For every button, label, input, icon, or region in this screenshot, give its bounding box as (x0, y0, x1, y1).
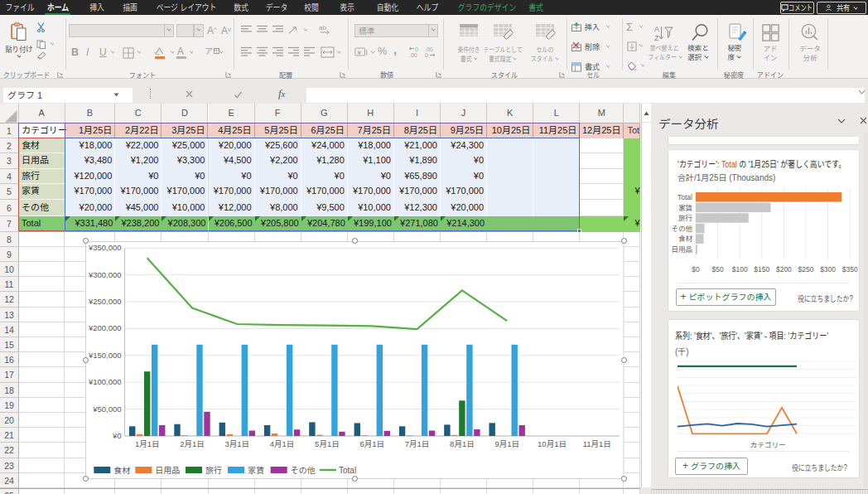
svg-text:日用品: 日用品 (155, 466, 180, 475)
svg-text:食材: 食材 (678, 235, 693, 243)
svg-text:1月1日: 1月1日 (135, 439, 160, 448)
svg-text:$50: $50 (712, 265, 724, 274)
svg-text:¥150,000: ¥150,000 (88, 351, 122, 360)
svg-text:10月1日: 10月1日 (538, 439, 567, 448)
svg-text:$350: $350 (842, 265, 858, 274)
svg-text:Z: Z (654, 34, 659, 42)
svg-text:¥0: ¥0 (112, 431, 122, 440)
svg-text:ab: ab (319, 24, 326, 31)
svg-text:家賃: 家賃 (248, 466, 264, 475)
svg-text:7月1日: 7月1日 (405, 439, 430, 448)
svg-text:$100: $100 (732, 265, 748, 274)
svg-text:Total: Total (678, 193, 692, 201)
svg-text:$0: $0 (692, 265, 700, 274)
svg-text:A: A (654, 25, 659, 33)
svg-text:$150: $150 (754, 265, 769, 274)
svg-text:¥350,000: ¥350,000 (88, 243, 122, 252)
svg-text:¥200,000: ¥200,000 (88, 323, 122, 332)
svg-text:.00: .00 (409, 52, 417, 58)
svg-text:¥300,000: ¥300,000 (88, 269, 122, 278)
svg-text:0: 0 (415, 46, 418, 52)
svg-text:$300: $300 (820, 265, 836, 274)
svg-text:食材: 食材 (113, 466, 130, 475)
svg-text:旅行: 旅行 (205, 466, 222, 475)
svg-text:¥250,000: ¥250,000 (88, 297, 122, 306)
svg-text:その他: その他 (291, 466, 316, 475)
svg-text:.00: .00 (425, 46, 433, 52)
svg-text:¥50,000: ¥50,000 (92, 404, 121, 413)
svg-text:5月1日: 5月1日 (315, 439, 340, 448)
svg-text:$200: $200 (776, 265, 792, 274)
svg-text:その他: その他 (671, 225, 692, 233)
svg-text:9月1日: 9月1日 (494, 439, 519, 448)
svg-text:11月1日: 11月1日 (583, 439, 611, 448)
svg-text:8月1日: 8月1日 (450, 439, 475, 448)
svg-text:6月1日: 6月1日 (359, 439, 384, 448)
svg-text:$250: $250 (798, 265, 814, 274)
svg-text:4月1日: 4月1日 (270, 439, 295, 448)
svg-text:日用品: 日用品 (671, 245, 692, 254)
svg-text:¥100,000: ¥100,000 (88, 377, 122, 386)
svg-text:0: 0 (425, 52, 428, 58)
svg-text:2月1日: 2月1日 (180, 439, 205, 448)
svg-text:Total: Total (339, 466, 356, 475)
svg-text:旅行: 旅行 (678, 214, 693, 222)
svg-text:3月1日: 3月1日 (225, 439, 250, 448)
svg-text:¥: ¥ (357, 49, 362, 56)
svg-text:家賃: 家賃 (678, 204, 693, 212)
